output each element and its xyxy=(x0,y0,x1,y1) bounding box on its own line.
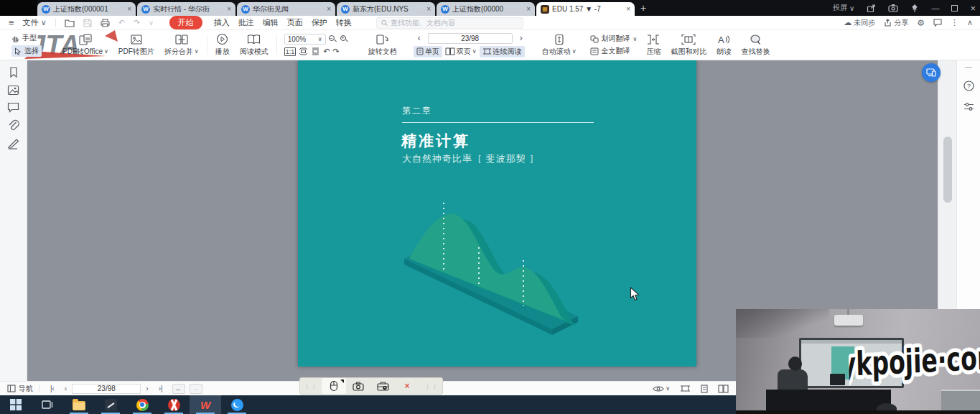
mouse-mode-button[interactable] xyxy=(322,378,346,394)
sync-status[interactable]: ☁ 未同步 xyxy=(844,18,875,28)
split-merge-button[interactable]: 拆分合并 ∨ xyxy=(159,34,204,57)
tab-sse-index-1[interactable]: W 上证指数(000001 × xyxy=(37,2,136,16)
toolbox-button[interactable] xyxy=(370,378,395,394)
search-input[interactable] xyxy=(391,19,518,27)
panel-collapse-handle[interactable]: — xyxy=(965,63,972,70)
single-page-button[interactable]: 单页 xyxy=(414,46,442,58)
play-button[interactable]: 播放 xyxy=(210,33,235,57)
menu-tab-home[interactable]: 开始 xyxy=(169,16,202,29)
scrollbar-thumb[interactable] xyxy=(943,137,952,203)
window-maximize-button[interactable] xyxy=(951,5,958,12)
comments-panel-icon[interactable] xyxy=(7,102,19,113)
app-menu-icon[interactable]: ≡ xyxy=(9,17,14,28)
mobile-view-fab[interactable] xyxy=(922,63,941,82)
tab-edu-nyse[interactable]: W 新东方(EDU.NYS × xyxy=(337,2,435,16)
screenshot-compare-button[interactable]: 截图和对比 xyxy=(666,34,711,57)
attachments-panel-icon[interactable] xyxy=(8,119,19,132)
pdf-to-image-button[interactable]: PDF转图片 xyxy=(113,34,159,57)
menu-tab-insert[interactable]: 插入 xyxy=(214,17,230,28)
rotate-right-icon[interactable]: ↷ xyxy=(332,47,339,56)
close-floatbar-button[interactable]: × xyxy=(395,378,419,394)
tab-close-icon[interactable]: × xyxy=(526,5,531,13)
auto-scroll-button[interactable]: 自动滚动 ∨ xyxy=(537,34,582,57)
taskbar-stock-app[interactable] xyxy=(158,395,190,414)
previous-page-button[interactable]: ‹ xyxy=(414,33,425,43)
task-view-button[interactable] xyxy=(32,395,63,414)
next-page-button[interactable]: › xyxy=(515,33,527,43)
fit-page-icon[interactable] xyxy=(299,47,308,55)
last-page-button[interactable]: ›| xyxy=(159,385,163,392)
feature-search[interactable] xyxy=(376,17,523,29)
read-mode-button[interactable]: 阅读模式 xyxy=(235,34,274,57)
menu-tab-protect[interactable]: 保护 xyxy=(312,17,327,28)
continuous-read-button[interactable]: 连续阅读 xyxy=(480,46,525,58)
pdf-page[interactable]: 第二章 精准计算 大自然神奇比率［ 斐波那契 ］ xyxy=(298,60,696,367)
help-icon[interactable]: ? xyxy=(963,80,974,91)
full-translate-button[interactable]: 全文翻译 xyxy=(590,46,638,56)
zoom-out-button[interactable]: – xyxy=(329,35,337,44)
settings-sliders-icon[interactable] xyxy=(963,101,974,112)
find-replace-button[interactable]: 查找替换 xyxy=(736,34,775,57)
select-tool-button[interactable]: 选择 xyxy=(11,45,42,57)
undo-icon[interactable]: ↶ xyxy=(118,18,125,27)
tab-close-icon[interactable]: × xyxy=(626,5,630,13)
share-icon[interactable] xyxy=(867,4,876,13)
share-button[interactable]: 分享 xyxy=(884,18,908,28)
page-number-input[interactable] xyxy=(428,33,513,44)
taskbar-screen-recorder[interactable] xyxy=(95,395,126,414)
tab-sse-index-2[interactable]: W 上证指数(00000 × xyxy=(437,2,535,16)
new-tab-button[interactable]: + xyxy=(640,2,646,14)
double-page-button[interactable]: 双页 ∨ xyxy=(445,47,477,57)
stamps-panel-icon[interactable] xyxy=(7,138,19,150)
taskbar-wps-pdf-active[interactable]: W xyxy=(190,395,221,414)
file-menu[interactable]: 文件 ∨ xyxy=(23,17,47,28)
tab-realtime-quotes[interactable]: W 实时行情 - 华尔街 × xyxy=(137,2,235,16)
eye-protection-button[interactable]: ∨ xyxy=(653,385,670,392)
comment-bubble-icon[interactable] xyxy=(933,19,942,27)
print-icon[interactable] xyxy=(101,19,110,27)
screenshot-button[interactable] xyxy=(346,378,370,394)
previous-page-button[interactable]: ‹ xyxy=(65,385,67,392)
drag-handle[interactable]: ⋮⋮ xyxy=(421,382,442,390)
word-translate-button[interactable]: 划词翻译 ∨ xyxy=(590,34,638,44)
first-page-button[interactable]: |‹ xyxy=(50,385,55,392)
rotate-left-icon[interactable]: ↶ xyxy=(323,47,330,56)
more-options-icon[interactable]: ⋮ xyxy=(951,18,958,27)
actual-size-button[interactable]: 1:1 xyxy=(284,47,297,56)
save-icon[interactable] xyxy=(83,19,92,27)
tab-close-icon[interactable]: × xyxy=(327,5,331,13)
window-close-button[interactable]: × xyxy=(970,3,976,14)
annotation-floatbar[interactable]: ⋮⋮ × ⋮⋮ xyxy=(299,377,443,395)
pin-icon[interactable] xyxy=(910,4,919,13)
settings-gear-icon[interactable]: ⚙ xyxy=(917,18,925,28)
rotate-document-button[interactable]: 旋转文档 xyxy=(363,34,402,57)
navigation-toggle[interactable]: 导航 xyxy=(7,384,33,394)
redo-icon[interactable]: ↷ xyxy=(134,18,140,27)
taskbar-browser-app[interactable] xyxy=(221,395,253,414)
double-page-view-icon[interactable] xyxy=(718,385,729,393)
compress-button[interactable]: 压缩 xyxy=(641,34,666,57)
next-page-button[interactable]: › xyxy=(146,385,148,392)
hand-tool-button[interactable]: 手型 xyxy=(11,33,42,43)
continuous-view-icon[interactable] xyxy=(680,385,691,392)
bookmarks-panel-icon[interactable] xyxy=(8,66,19,78)
fit-width-icon[interactable] xyxy=(311,47,320,55)
tab-close-icon[interactable]: × xyxy=(426,5,431,13)
taskbar-file-explorer[interactable] xyxy=(63,395,95,414)
taskbar-chrome[interactable] xyxy=(126,395,158,414)
quickbar-more-icon[interactable]: ∨ xyxy=(149,19,154,27)
tab-close-icon[interactable]: × xyxy=(127,5,131,13)
start-button[interactable] xyxy=(0,395,32,414)
tab-close-icon[interactable]: × xyxy=(227,5,231,13)
menu-tab-comment[interactable]: 批注 xyxy=(238,17,254,28)
read-aloud-button[interactable]: A 朗读 xyxy=(711,34,736,57)
view-back-button[interactable]: ← xyxy=(172,384,185,394)
menu-tab-convert[interactable]: 转换 xyxy=(336,17,352,28)
collapse-ribbon-icon[interactable]: ∧ xyxy=(967,18,973,27)
images-panel-icon[interactable] xyxy=(7,85,19,96)
drag-handle[interactable]: ⋮⋮ xyxy=(300,382,322,390)
tab-wallstreetcn[interactable]: W 华尔街见闻 × xyxy=(237,2,335,16)
pdf-to-office-button[interactable]: PDF转Office ∨ xyxy=(57,34,113,57)
cast-button[interactable]: 投屏 ∨ xyxy=(833,3,854,13)
tab-edu-quote-active[interactable]: ▦ EDU 1.57 ▼ -7 × xyxy=(536,2,635,16)
